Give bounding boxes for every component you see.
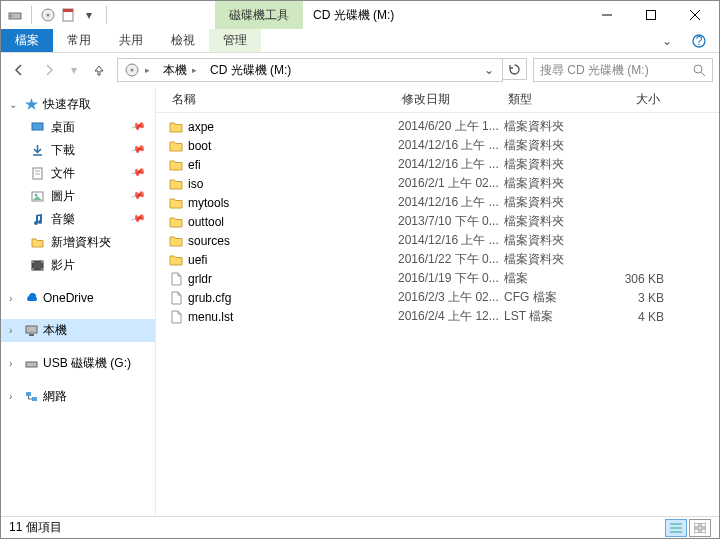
file-name: iso bbox=[188, 177, 398, 191]
tab-file[interactable]: 檔案 bbox=[1, 29, 53, 52]
maximize-button[interactable] bbox=[629, 1, 673, 29]
svg-rect-28 bbox=[26, 326, 37, 333]
nav-usb-drive[interactable]: › USB 磁碟機 (G:) bbox=[1, 352, 155, 375]
file-row[interactable]: sources2014/12/16 上午 ...檔案資料夾 bbox=[156, 231, 719, 250]
properties-qat-icon[interactable] bbox=[60, 7, 76, 23]
nav-thispc[interactable]: › 本機 bbox=[1, 319, 155, 342]
back-button[interactable] bbox=[7, 58, 31, 82]
file-row[interactable]: outtool2013/7/10 下午 0...檔案資料夾 bbox=[156, 212, 719, 231]
folder-icon bbox=[168, 157, 188, 173]
col-name[interactable]: 名稱 bbox=[168, 91, 398, 108]
file-row[interactable]: uefi2016/1/22 下午 0...檔案資料夾 bbox=[156, 250, 719, 269]
file-name: outtool bbox=[188, 215, 398, 229]
pin-icon: 📌 bbox=[130, 141, 153, 161]
file-icon bbox=[168, 271, 188, 287]
file-type: LST 檔案 bbox=[504, 308, 604, 325]
sidebar-item-doc[interactable]: 文件📌 bbox=[1, 162, 155, 185]
ribbon-tabs: 檔案 常用 共用 檢視 管理 ⌄ ? bbox=[1, 29, 719, 53]
up-button[interactable] bbox=[87, 58, 111, 82]
pin-icon: 📌 bbox=[130, 187, 153, 207]
minimize-button[interactable] bbox=[585, 1, 629, 29]
file-name: uefi bbox=[188, 253, 398, 267]
svg-rect-37 bbox=[701, 523, 706, 527]
tab-view[interactable]: 檢視 bbox=[157, 29, 209, 52]
file-date: 2016/1/22 下午 0... bbox=[398, 251, 504, 268]
file-row[interactable]: mytools2014/12/16 上午 ...檔案資料夾 bbox=[156, 193, 719, 212]
tab-home[interactable]: 常用 bbox=[53, 29, 105, 52]
nav-network[interactable]: › 網路 bbox=[1, 385, 155, 408]
file-row[interactable]: efi2014/12/16 上午 ...檔案資料夾 bbox=[156, 155, 719, 174]
expand-icon[interactable]: › bbox=[9, 358, 19, 369]
address-box[interactable]: ▸ 本機▸ CD 光碟機 (M:) ⌄ bbox=[117, 58, 503, 82]
file-row[interactable]: menu.lst2016/2/4 上午 12...LST 檔案4 KB bbox=[156, 307, 719, 326]
file-icon bbox=[168, 290, 188, 306]
col-size[interactable]: 大小 bbox=[604, 91, 664, 108]
sidebar-item-pic[interactable]: 圖片📌 bbox=[1, 185, 155, 208]
sidebar-item-folder[interactable]: 新增資料夾 bbox=[1, 231, 155, 254]
forward-button[interactable] bbox=[37, 58, 61, 82]
nav-quick-access[interactable]: ⌄ 快速存取 bbox=[1, 93, 155, 116]
navigation-pane[interactable]: ⌄ 快速存取 桌面📌下載📌文件📌圖片📌音樂📌新增資料夾影片 › OneDrive… bbox=[1, 87, 156, 516]
file-type: 檔案資料夾 bbox=[504, 118, 604, 135]
col-type[interactable]: 類型 bbox=[504, 91, 604, 108]
file-date: 2013/7/10 下午 0... bbox=[398, 213, 504, 230]
svg-point-22 bbox=[34, 194, 37, 197]
sidebar-item-music[interactable]: 音樂📌 bbox=[1, 208, 155, 231]
sidebar-item-video[interactable]: 影片 bbox=[1, 254, 155, 277]
address-dropdown-icon[interactable]: ⌄ bbox=[478, 63, 500, 77]
sidebar-item-download[interactable]: 下載📌 bbox=[1, 139, 155, 162]
star-icon bbox=[23, 97, 39, 113]
crumb-drive-icon[interactable]: ▸ bbox=[120, 60, 157, 80]
crumb-current[interactable]: CD 光碟機 (M:) bbox=[206, 60, 295, 81]
expand-icon[interactable]: › bbox=[9, 293, 19, 304]
file-row[interactable]: grub.cfg2016/2/3 上午 02...CFG 檔案3 KB bbox=[156, 288, 719, 307]
nav-onedrive[interactable]: › OneDrive bbox=[1, 287, 155, 309]
svg-text:?: ? bbox=[696, 34, 703, 48]
contextual-tab-header: 磁碟機工具 bbox=[215, 1, 303, 29]
svg-rect-30 bbox=[26, 362, 37, 367]
disc-qat-icon[interactable] bbox=[40, 7, 56, 23]
doc-icon bbox=[29, 166, 45, 182]
file-type: 檔案資料夾 bbox=[504, 137, 604, 154]
expand-icon[interactable]: › bbox=[9, 391, 19, 402]
svg-rect-1 bbox=[10, 15, 12, 17]
file-name: boot bbox=[188, 139, 398, 153]
svg-rect-16 bbox=[32, 123, 43, 130]
file-type: 檔案資料夾 bbox=[504, 251, 604, 268]
file-date: 2014/12/16 上午 ... bbox=[398, 156, 504, 173]
details-view-button[interactable] bbox=[665, 519, 687, 537]
expand-icon[interactable]: ⌄ bbox=[9, 99, 19, 110]
file-view: 名稱 修改日期 類型 大小 axpe2014/6/20 上午 1...檔案資料夾… bbox=[156, 87, 719, 516]
recent-dropdown[interactable]: ▾ bbox=[67, 58, 81, 82]
file-row[interactable]: boot2014/12/16 上午 ...檔案資料夾 bbox=[156, 136, 719, 155]
file-row[interactable]: axpe2014/6/20 上午 1...檔案資料夾 bbox=[156, 117, 719, 136]
music-icon bbox=[29, 212, 45, 228]
file-row[interactable]: iso2016/2/1 上午 02...檔案資料夾 bbox=[156, 174, 719, 193]
col-date[interactable]: 修改日期 bbox=[398, 91, 504, 108]
file-type: 檔案資料夾 bbox=[504, 175, 604, 192]
tab-manage[interactable]: 管理 bbox=[209, 29, 261, 52]
file-list[interactable]: axpe2014/6/20 上午 1...檔案資料夾boot2014/12/16… bbox=[156, 113, 719, 516]
refresh-button[interactable] bbox=[503, 58, 527, 80]
svg-rect-27 bbox=[41, 268, 43, 270]
title-bar: ▾ 磁碟機工具 CD 光碟機 (M:) bbox=[1, 1, 719, 29]
sidebar-item-desktop[interactable]: 桌面📌 bbox=[1, 116, 155, 139]
expand-icon[interactable]: › bbox=[9, 325, 19, 336]
pc-icon bbox=[23, 323, 39, 339]
svg-rect-24 bbox=[32, 261, 34, 263]
tab-share[interactable]: 共用 bbox=[105, 29, 157, 52]
search-input[interactable]: 搜尋 CD 光碟機 (M:) bbox=[533, 58, 713, 82]
folder-icon bbox=[168, 252, 188, 268]
crumb-thispc[interactable]: 本機▸ bbox=[159, 60, 204, 81]
file-row[interactable]: grldr2016/1/19 下午 0...檔案306 KB bbox=[156, 269, 719, 288]
svg-line-15 bbox=[701, 72, 705, 76]
icons-view-button[interactable] bbox=[689, 519, 711, 537]
file-date: 2014/12/16 上午 ... bbox=[398, 137, 504, 154]
folder-icon bbox=[29, 235, 45, 251]
ribbon-expand-icon[interactable]: ⌄ bbox=[655, 29, 679, 52]
qat-dropdown[interactable]: ▾ bbox=[80, 8, 98, 22]
file-type: 檔案資料夾 bbox=[504, 156, 604, 173]
help-icon[interactable]: ? bbox=[679, 29, 719, 52]
pic-icon bbox=[29, 189, 45, 205]
close-button[interactable] bbox=[673, 1, 717, 29]
